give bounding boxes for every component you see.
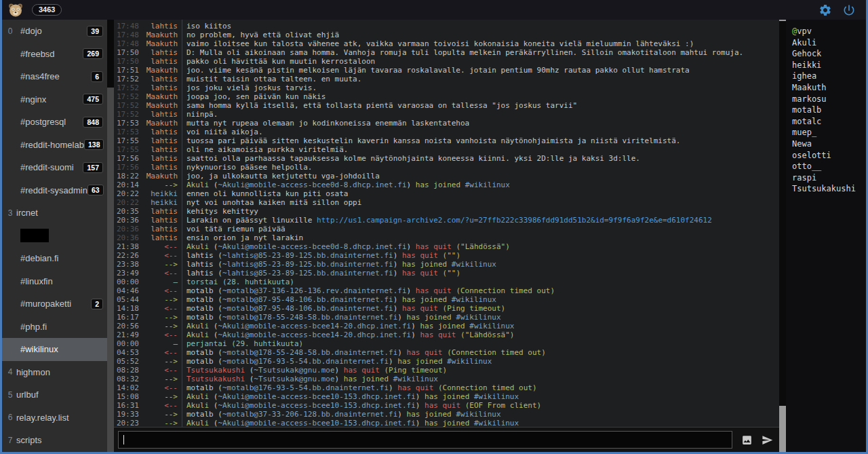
channel-link[interactable]: #wikilinux (456, 313, 500, 322)
channel-link[interactable]: #wikilinux (452, 260, 496, 269)
text-segment: ) (335, 366, 344, 375)
hostmask-link[interactable]: ~motalb@176-93-5-54.bb.dnainternet.fi (222, 383, 389, 392)
message-prefix: --> (139, 181, 182, 189)
buffer-number: 3 (4, 208, 16, 218)
text-segment: ) (416, 401, 425, 410)
hostmask-link[interactable]: ~lahtis@85-23-89-125.bb.dnainternet.fi (222, 251, 393, 260)
chat-line: 08:32-->Tsutsukakushi (~Tsutsukak@gnu.mo… (114, 375, 779, 383)
hostmask-link[interactable]: ~motalb@37-136-126-136.rev.dnainternet.f… (222, 286, 407, 295)
message-input[interactable] (118, 431, 732, 449)
hostmask-link[interactable]: ~motalb@178-55-248-58.bb.dnainternet.fi (222, 313, 397, 322)
chat-line: 23:49<--lahtis (~lahtis@85-23-89-125.bb.… (114, 269, 779, 278)
buffer-label: ircnet (16, 208, 38, 218)
channel-link[interactable]: #wikilinux (465, 181, 510, 189)
text-segment: Tsutsukakushi (186, 366, 250, 375)
message-prefix: lahtis (139, 22, 182, 31)
nicklist-item-markosu[interactable]: markosu (786, 94, 866, 105)
unread-count-badge: 6 (91, 71, 103, 82)
nick-label: motalc (792, 117, 821, 126)
sidebar-scrollbar[interactable] (107, 20, 114, 452)
hostmask-link[interactable]: ~Akuli@mobile-access-bcee14-20.dhcp.inet… (218, 330, 411, 339)
sidebar-item-muropaketti[interactable]: #muropaketti2 (2, 292, 107, 316)
sidebar-item-dojo[interactable]: 0#dojo39 (2, 20, 107, 43)
bear-logo-icon[interactable] (7, 2, 24, 18)
nicklist-item-vpv[interactable]: @vpv (786, 26, 866, 37)
hostmask-link[interactable]: ~lahtis@85-23-89-125.bb.dnainternet.fi (222, 260, 393, 269)
hostmask-link[interactable]: ~Akuli@mobile-access-bcee10-153.dhcp.ine… (218, 401, 415, 410)
sidebar-item-highmon[interactable]: 4highmon (2, 361, 107, 384)
redacted-channel-name (20, 229, 49, 242)
hostmask-link[interactable]: ~Tsutsukak@gnu.moe (254, 366, 334, 375)
nicklist-item-motalc[interactable]: motalc (786, 116, 866, 128)
hostmask-link[interactable]: ~motalb@87-95-48-106.bb.dnainternet.fi (222, 304, 393, 313)
nicklist-item-Akuli[interactable]: Akuli (786, 37, 866, 49)
power-icon[interactable] (842, 3, 856, 17)
message-text: nyt voi unohtaa kaiken mitä sillon oppi (182, 198, 779, 207)
nicklist-item-oselotti[interactable]: oselotti (786, 150, 866, 162)
image-upload-icon[interactable] (741, 434, 753, 446)
text-segment: jos joku vielä joskus tarvis. (186, 83, 317, 92)
hostmask-link[interactable]: ~motalb@178-55-248-58.bb.dnainternet.fi (222, 348, 397, 357)
hostmask-link[interactable]: ~Akuli@mobile-access-bcee10-153.dhcp.ine… (218, 392, 415, 401)
message-text: oli ne aikamoisia purkka viritelmiä. (182, 145, 779, 154)
sidebar-item-reddit-homelab[interactable]: #reddit-homelab138 (2, 134, 107, 157)
hostmask-link[interactable]: ~Akuli@mobile-access-bcee0d-8.dhcp.inet.… (218, 181, 406, 189)
sidebar-item-reddit-suomi[interactable]: #reddit-suomi157 (2, 156, 107, 179)
sidebar-item-nginx[interactable]: #nginx475 (2, 88, 107, 111)
channel-link[interactable]: #wikilinux (393, 375, 438, 383)
sidebar-item-scripts[interactable]: 7scripts (2, 429, 107, 452)
sidebar-item-linuxfin[interactable]: #linuxfin (2, 270, 107, 293)
hostmask-link[interactable]: ~lahtis@85-23-89-125.bb.dnainternet.fi (222, 269, 393, 278)
chat-scrollbar[interactable] (779, 20, 786, 452)
chat-scrollbar-thumb[interactable] (779, 21, 786, 406)
buffer-label: highmon (16, 367, 50, 377)
hostmask-link[interactable]: ~motalb@37-33-206-128.bb.dnainternet.fi (222, 410, 397, 419)
sidebar-item-postgresql[interactable]: #postgresql848 (2, 111, 107, 134)
sidebar-item-php.fi[interactable]: #php.fi (2, 316, 107, 339)
channel-link[interactable]: #wikilinux (452, 295, 496, 304)
settings-gear-icon[interactable] (818, 3, 832, 17)
nicklist-item-Gehock[interactable]: Gehock (786, 48, 866, 60)
nicklist-item-Tsutsukakushi[interactable]: Tsutsukakushi (786, 183, 866, 195)
nicklist-item-muep_[interactable]: muep_ (786, 127, 866, 138)
nicklist-item-ighea[interactable]: ighea (786, 71, 866, 82)
send-plane-icon[interactable] (762, 434, 773, 446)
message-prefix: --> (139, 313, 182, 322)
chat-line: 20:36lahtisensin orion ja nyt larakin (114, 233, 779, 242)
hostmask-link[interactable]: ~motalb@176-93-5-54.bb.dnainternet.fi (222, 357, 389, 366)
nicklist-item-motalb[interactable]: motalb (786, 105, 866, 116)
text-segment: Akuli (186, 242, 214, 251)
unread-count-badge: 157 (83, 162, 103, 173)
sidebar-item-debian.fi[interactable]: #debian.fi (2, 247, 107, 270)
timestamp: 20:22 (114, 198, 139, 207)
hostmask-link[interactable]: ~Akuli@mobile-access-bcee14-20.dhcp.inet… (218, 322, 411, 330)
sidebar-item-freebsd[interactable]: #freebsd269 (2, 43, 107, 66)
channel-link[interactable]: #wikilinux (447, 357, 492, 366)
sidebar-item-urlbuf[interactable]: 5urlbuf (2, 383, 107, 406)
sidebar-scrollbar-thumb[interactable] (107, 20, 114, 88)
sidebar-item-reddit-sysadmin[interactable]: #reddit-sysadmin63 (2, 179, 107, 202)
nicklist-item-Maakuth[interactable]: Maakuth (786, 82, 866, 94)
nicklist-item-otto__[interactable]: otto__ (786, 161, 866, 172)
nicklist-item-raspi[interactable]: raspi (786, 172, 866, 184)
sidebar-item-ircnet[interactable]: 3ircnet (2, 202, 107, 225)
sidebar-item-nas4free[interactable]: #nas4free6 (2, 65, 107, 88)
channel-link[interactable]: #wikilinux (474, 392, 519, 401)
sidebar-item-wikilinux[interactable]: #wikilinux (2, 338, 107, 361)
url-link[interactable]: http://us1.campaign-archive2.com/?u=27ff… (317, 216, 712, 225)
channel-link[interactable]: #wikilinux (456, 410, 500, 419)
hostmask-link[interactable]: ~Akuli@mobile-access-bcee0d-8.dhcp.inet.… (218, 242, 406, 251)
sidebar-item-redacted[interactable] (2, 225, 107, 248)
text-segment: ) (393, 260, 402, 269)
message-text: joopa joo, sen päivän kun näkis (182, 92, 779, 101)
text-segment: kehitys kehittyy (186, 207, 258, 216)
message-text: nykynuoriso pääsee helpolla. (182, 163, 779, 172)
nicklist: @vpvAkuliGehockheikkiigheaMaakuthmarkosu… (786, 20, 866, 452)
channel-link[interactable]: #wikilinux (469, 322, 514, 330)
hostmask-link[interactable]: ~Tsutsukak@gnu.moe (254, 375, 334, 383)
nicklist-item-Newa[interactable]: Newa (786, 138, 866, 150)
sidebar-item-relay.relay.list[interactable]: 6relay.relay.list (2, 406, 107, 430)
nicklist-item-heikki[interactable]: heikki (786, 60, 866, 71)
buffer-number: 7 (4, 436, 16, 445)
hostmask-link[interactable]: ~motalb@87-95-48-106.bb.dnainternet.fi (222, 295, 393, 304)
